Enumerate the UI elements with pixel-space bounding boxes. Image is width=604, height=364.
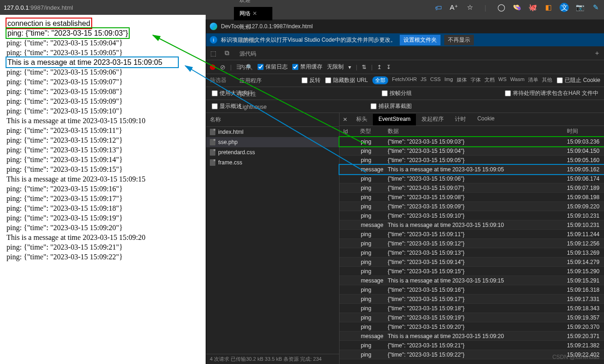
eventstream-row[interactable]: messageThis is a message at time 2023-03… [340, 276, 604, 285]
detail-tab-EventStream[interactable]: EventStream [373, 113, 416, 126]
clear-button[interactable]: ⊘ [220, 63, 226, 71]
dismiss-button[interactable]: 不再显示 [444, 35, 474, 45]
eventstream-row[interactable]: ping{"time": "2023-03-15 15:09:16"}15:09… [340, 285, 604, 295]
type-filter-全部[interactable]: 全部 [372, 76, 388, 84]
eventstream-row[interactable]: ping{"time": "2023-03-15 15:09:21"}15:09… [340, 341, 604, 350]
eventstream-row[interactable]: ping{"time": "2023-03-15 15:09:06"}15:09… [340, 174, 604, 183]
eventstream-row[interactable]: ping{"time": "2023-03-15 15:09:17"}15:09… [340, 295, 604, 304]
translate-icon[interactable]: 文 [560, 3, 569, 12]
eventstream-row[interactable]: ping{"time": "2023-03-15 15:09:08"}15:09… [340, 193, 604, 202]
detail-tab-Cookie[interactable]: Cookie [472, 113, 500, 126]
col-id-header[interactable]: Id [340, 128, 360, 135]
har-checkbox[interactable]: 将待处理的请求包含在HAR 文件中 [505, 89, 598, 97]
url-text[interactable]: 127.0.0.1:9987/index.html [4, 4, 73, 11]
tab-控制台[interactable]: 控制台 [234, 34, 272, 47]
eventstream-row[interactable]: ping{"time": "2023-03-15 15:09:14"}15:09… [340, 257, 604, 267]
eventstream-row[interactable]: ping{"time": "2023-03-15 15:09:04"}15:09… [340, 146, 604, 156]
eventstream-row[interactable]: ping{"time": "2023-03-15 15:09:18"}15:09… [340, 304, 604, 313]
eventstream-row[interactable]: messageThis is a message at time 2023-03… [340, 165, 604, 174]
eventstream-row[interactable]: messageThis is a message at time 2023-03… [340, 332, 604, 341]
tab-安全性[interactable]: 安全性 [234, 88, 272, 101]
close-detail-icon[interactable]: ✕ [340, 116, 351, 123]
col-time-header[interactable]: 时间 [567, 127, 604, 135]
inspect-icon[interactable]: ⬚ [206, 50, 220, 57]
record-button[interactable] [210, 64, 215, 70]
disable-cache-checkbox[interactable]: 禁用缓存 [292, 63, 322, 71]
output-line: ping: {"time": "2023-03-15 15:09:12"} [6, 135, 199, 145]
output-line: This is a message at time 2023-03-15 15:… [6, 116, 199, 126]
type-filter-字体[interactable]: 字体 [471, 76, 481, 84]
output-line: ping: {"time": "2023-03-15 15:09:08"} [6, 87, 199, 96]
detail-tab-发起程序[interactable]: 发起程序 [416, 113, 449, 126]
camera-icon[interactable]: 📷 [575, 3, 585, 12]
type-filter-清单[interactable]: 清单 [528, 76, 538, 84]
eventstream-row[interactable]: ping{"time": "2023-03-15 15:09:05"}15:09… [340, 156, 604, 165]
detail-tab-计时[interactable]: 计时 [449, 113, 472, 126]
eventstream-row[interactable]: ping{"time": "2023-03-15 15:09:07"}15:09… [340, 183, 604, 193]
wifi-icon[interactable]: ⇅ [362, 64, 366, 70]
tag-icon[interactable]: 🏷 [434, 3, 443, 12]
device-icon[interactable]: ⧉ [220, 49, 234, 57]
favorite-icon[interactable]: ☆ [465, 3, 474, 12]
screenshot-checkbox[interactable]: 捕获屏幕截图 [371, 102, 412, 110]
eventstream-row[interactable]: ping{"time": "2023-03-15 15:09:19"}15:09… [340, 313, 604, 322]
col-data-header[interactable]: 数据 [388, 127, 567, 135]
tab-元素[interactable]: 元素 [234, 20, 272, 34]
upload-icon[interactable]: ↥ [377, 64, 382, 70]
group-frame-checkbox[interactable]: 按帧分组 [382, 89, 412, 97]
output-line: ping: {"time": "2023-03-15 15:09:07"} [6, 77, 199, 87]
type-filter-WS[interactable]: WS [498, 76, 507, 84]
cat-icon[interactable]: 🐙 [528, 3, 537, 12]
type-filter-文档[interactable]: 文档 [484, 76, 495, 84]
eventstream-row[interactable]: ping{"time": "2023-03-15 15:09:13"}15:09… [340, 248, 604, 257]
invert-checkbox[interactable]: 反转 [302, 76, 321, 84]
type-filter-其他[interactable]: 其他 [542, 76, 552, 84]
request-item[interactable]: pretendard.css [206, 147, 339, 157]
hide-data-url-checkbox[interactable]: 隐藏数据 URL [325, 76, 368, 84]
pencil-icon[interactable]: ✎ [591, 3, 600, 12]
tab-内存[interactable]: 内存 [234, 61, 272, 74]
output-line: ping: {"time": "2023-03-15 15:09:04"} [6, 38, 199, 48]
eventstream-row[interactable]: ping{"time": "2023-03-15 15:09:09"}15:09… [340, 202, 604, 211]
request-item[interactable]: sse.php [206, 137, 339, 147]
request-item[interactable]: frame.css [206, 157, 339, 168]
col-type-header[interactable]: 类型 [360, 127, 388, 135]
tab-源代码[interactable]: 源代码 [234, 47, 272, 61]
tab-网络[interactable]: 网络✕ [234, 7, 272, 20]
output-line: ping: {"time": "2023-03-15 15:09:14"} [6, 155, 199, 164]
eventstream-row[interactable]: ping{"time": "2023-03-15 15:09:12"}15:09… [340, 239, 604, 248]
file-icon [210, 159, 215, 166]
throttle-select[interactable]: 无限制 [327, 63, 344, 71]
eventstream-row[interactable]: ping{"time": "2023-03-15 15:09:03"}15:09… [340, 137, 604, 146]
coin-icon[interactable]: 👒 [512, 3, 522, 12]
type-filter-JS[interactable]: JS [421, 76, 427, 84]
circle-icon[interactable]: ◯ [497, 3, 506, 12]
set-root-button[interactable]: 设置根文件夹 [400, 35, 440, 45]
tab-欢迎[interactable]: 欢迎 [234, 0, 272, 7]
type-filter-Wasm[interactable]: Wasm [510, 76, 525, 84]
request-item[interactable]: index.html [206, 127, 339, 137]
type-filter-CSS[interactable]: CSS [430, 76, 441, 84]
square-icon[interactable]: ◧ [544, 3, 553, 12]
eventstream-row[interactable]: ping{"time": "2023-03-15 15:09:11"}15:09… [340, 230, 604, 239]
eventstream-row[interactable]: ping{"time": "2023-03-15 15:09:10"}15:09… [340, 211, 604, 220]
chevron-down-icon[interactable]: ▾ [348, 64, 351, 70]
download-icon[interactable]: ↧ [386, 64, 391, 70]
output-line: ping: {"time": "2023-03-15 15:09:06"} [6, 67, 199, 77]
tab-Lighthouse[interactable]: Lighthouse [234, 101, 272, 113]
info-icon: i [210, 36, 217, 44]
blocked-cookies-checkbox[interactable]: 已阻止 Cookie [557, 76, 600, 84]
type-filter-Fetch/XHR[interactable]: Fetch/XHR [392, 76, 417, 84]
read-aloud-icon[interactable]: A⁺ [449, 3, 459, 12]
output-line: ping: {"time": "2023-03-15 15:09:16"} [6, 184, 199, 194]
filter-input[interactable]: 筛选器 [210, 76, 226, 84]
eventstream-row[interactable]: ping{"time": "2023-03-15 15:09:15"}15:09… [340, 267, 604, 276]
eventstream-row[interactable]: messageThis is a message at time 2023-03… [340, 220, 604, 230]
type-filter-媒体[interactable]: 媒体 [457, 76, 467, 84]
type-filter-Img[interactable]: Img [444, 76, 453, 84]
tab-应用程序[interactable]: 应用程序 [234, 74, 272, 88]
eventstream-row[interactable]: ping{"time": "2023-03-15 15:09:20"}15:09… [340, 322, 604, 332]
add-tab-icon[interactable]: ＋ [590, 49, 604, 57]
detail-tab-标头[interactable]: 标头 [351, 113, 373, 126]
output-line: This is a message at time 2023-03-15 15:… [6, 57, 199, 67]
